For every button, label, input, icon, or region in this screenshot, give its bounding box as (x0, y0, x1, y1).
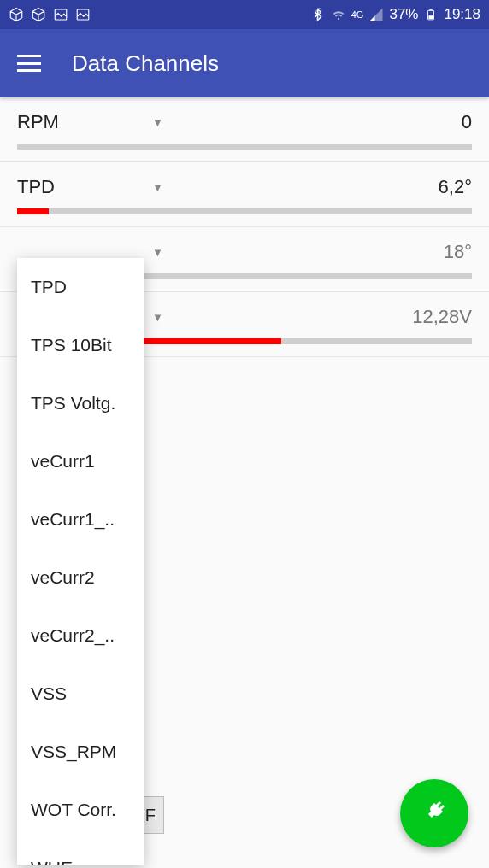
status-left (9, 7, 91, 22)
channel-row: RPM ▼ 0 (0, 97, 489, 162)
svg-rect-3 (430, 9, 433, 10)
page-title: Data Channels (72, 50, 219, 77)
app-bar: Data Channels (0, 29, 489, 97)
image-icon (75, 7, 91, 22)
image-icon (53, 7, 68, 22)
dropdown-item[interactable]: veCurr2 (17, 548, 144, 607)
chevron-down-icon[interactable]: ▼ (152, 246, 163, 259)
dropdown-item[interactable]: VSS (17, 665, 144, 723)
status-bar: 4G 37% 19:18 (0, 0, 489, 29)
channel-value: 12,28V (412, 306, 472, 328)
signal-icon (368, 7, 384, 22)
connect-fab[interactable] (400, 779, 468, 847)
battery-icon (423, 7, 439, 22)
wifi-icon (331, 7, 346, 22)
plug-icon (420, 797, 449, 830)
dropdown-item[interactable]: VSS_RPM (17, 723, 144, 781)
network-label: 4G (351, 10, 364, 20)
dropdown-item[interactable]: WOT Corr. (17, 781, 144, 839)
dropdown-item[interactable]: veCurr2_.. (17, 607, 144, 665)
dropdown-item[interactable]: TPD (17, 258, 144, 316)
svg-rect-4 (429, 15, 433, 19)
dropdown-item[interactable]: veCurr1_.. (17, 490, 144, 548)
channel-dropdown: TPDTPS 10BitTPS Voltg.veCurr1veCurr1_..v… (17, 258, 144, 865)
channel-value: 6,2° (439, 176, 472, 198)
bluetooth-icon (310, 7, 326, 22)
menu-icon[interactable] (17, 55, 41, 72)
channel-selector[interactable]: TPD (17, 176, 145, 198)
dropdown-item[interactable]: TPS Voltg. (17, 374, 144, 432)
channel-row: TPD ▼ 6,2° (0, 162, 489, 227)
dropdown-item[interactable]: TPS 10Bit (17, 316, 144, 374)
progress-bar (17, 208, 472, 214)
cube-icon (9, 7, 24, 22)
battery-label: 37% (389, 6, 418, 23)
chevron-down-icon[interactable]: ▼ (152, 311, 163, 324)
channel-value: 0 (462, 111, 472, 133)
dropdown-item[interactable]: WUE (17, 839, 144, 865)
chevron-down-icon[interactable]: ▼ (152, 116, 163, 129)
time-label: 19:18 (444, 6, 480, 23)
status-right: 4G 37% 19:18 (310, 6, 480, 23)
channel-value: 18° (444, 241, 472, 263)
dropdown-item[interactable]: veCurr1 (17, 432, 144, 490)
channel-selector[interactable]: RPM (17, 111, 145, 133)
progress-bar (17, 144, 472, 150)
cube-icon (31, 7, 46, 22)
chevron-down-icon[interactable]: ▼ (152, 181, 163, 194)
